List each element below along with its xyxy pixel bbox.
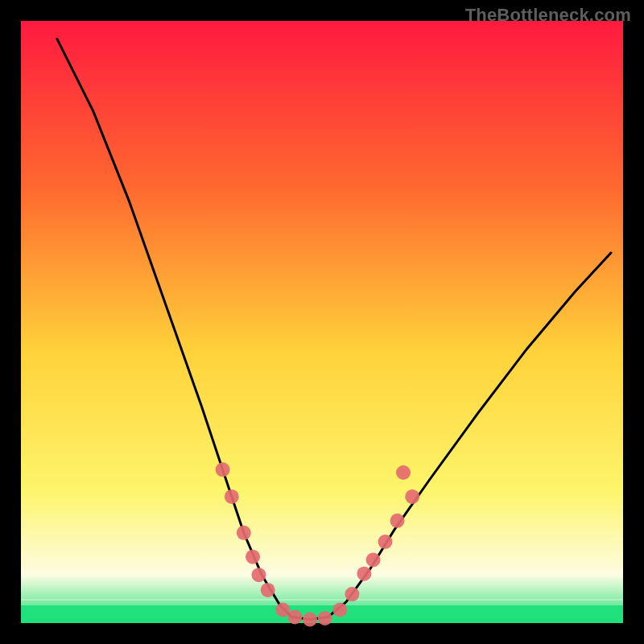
data-marker [378,535,393,549]
green-stripe-1 [21,602,623,604]
data-marker [216,462,230,477]
data-marker [225,489,239,504]
watermark-label: TheBottleneck.com [465,5,631,26]
data-marker [252,568,266,582]
data-marker [390,514,405,528]
data-marker [261,583,275,597]
data-marker [366,553,381,568]
green-stripe-2 [21,599,623,601]
data-marker [396,465,411,480]
data-marker [275,603,290,617]
plot-area [21,21,623,623]
data-marker [357,567,371,581]
data-marker [318,611,332,625]
data-marker [246,550,260,564]
data-marker [345,587,359,601]
data-marker [287,610,302,625]
data-marker [332,603,347,617]
data-marker [237,526,251,540]
data-marker [303,613,317,627]
chart-stage: TheBottleneck.com [0,0,644,644]
bottleneck-plot [0,0,644,644]
data-marker [405,489,419,504]
